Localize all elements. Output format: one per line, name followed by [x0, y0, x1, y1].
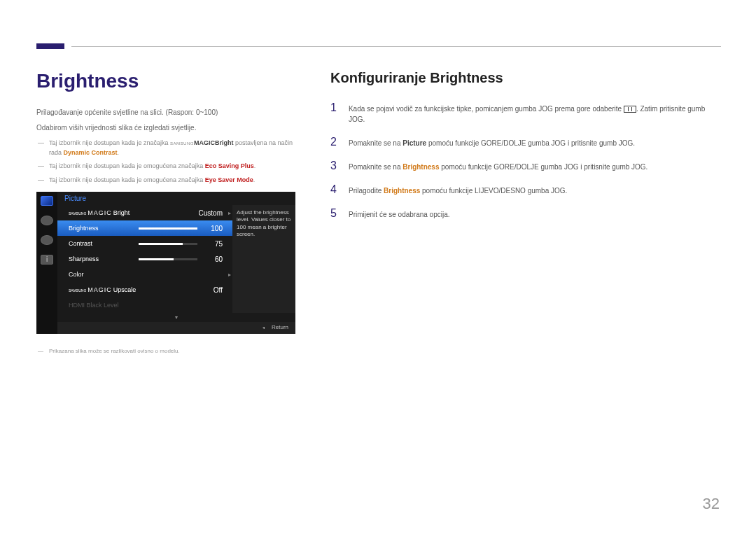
steps-list: 1Kada se pojavi vodič za funkcijske tipk… — [330, 101, 721, 220]
step-item: 3Pomaknite se na Brightness pomoću funkc… — [330, 160, 721, 172]
step-number: 3 — [330, 160, 340, 172]
info-icon — [41, 255, 53, 265]
osd-return-label: Return — [272, 324, 288, 330]
menu-icon — [624, 106, 636, 113]
osd-main: Picture SAMSUNGMAGICBrightCustom▸Brightn… — [57, 192, 295, 334]
right-column: Konfiguriranje Brightness 1Kada se pojav… — [330, 70, 721, 354]
osd-row: Contrast75 — [57, 236, 232, 251]
step-text: Primijenit će se odabrana opcija. — [349, 207, 450, 220]
step-item: 1Kada se pojavi vodič za funkcijske tipk… — [330, 101, 721, 125]
osd-row: SAMSUNGMAGICUpscaleOff — [57, 282, 232, 297]
osd-title: Picture — [64, 195, 86, 202]
step-text: Pomaknite se na Picture pomoću funkcije … — [349, 136, 635, 148]
footnote: Prikazana slika može se razlikovati ovis… — [36, 348, 295, 354]
note-item: Taj izbornik nije dostupan kada je omogu… — [36, 176, 295, 185]
step-number: 4 — [330, 183, 340, 196]
step-item: 5Primijenit će se odabrana opcija. — [330, 207, 721, 220]
step-text: Kada se pojavi vodič za funkcijske tipke… — [349, 101, 721, 125]
step-item: 4Prilagodite Brightness pomoću funkcije … — [330, 183, 721, 196]
heading-config: Konfiguriranje Brightness — [330, 70, 721, 86]
osd-tooltip: Adjust the brightness level. Values clos… — [232, 205, 295, 313]
header-accent — [36, 43, 64, 49]
monitor-icon — [41, 196, 53, 206]
step-item: 2Pomaknite se na Picture pomoću funkcije… — [330, 136, 721, 148]
note-item: Taj izbornik nije dostupan kada je znača… — [36, 139, 295, 157]
step-number: 5 — [330, 207, 340, 220]
header-rule — [71, 46, 721, 47]
step-number: 1 — [330, 101, 340, 125]
osd-rows: SAMSUNGMAGICBrightCustom▸Brightness100Co… — [57, 205, 232, 313]
desc-line-1: Prilagođavanje općenite svjetline na sli… — [36, 108, 295, 118]
step-text: Prilagodite Brightness pomoću funkcije L… — [349, 183, 567, 196]
note-item: Taj izbornik nije dostupan kada je omogu… — [36, 162, 295, 171]
osd-row: Brightness100 — [57, 220, 232, 236]
back-triangle-icon: ◂ — [262, 325, 265, 330]
chevron-down-icon: ▾ — [57, 313, 295, 322]
heading-brightness: Brightness — [36, 70, 295, 92]
gear-icon — [41, 216, 53, 225]
desc-line-2: Odabirom viših vrijednosti slika će izgl… — [36, 123, 295, 133]
osd-row: Color▸ — [57, 267, 232, 282]
osd-screenshot: Picture SAMSUNGMAGICBrightCustom▸Brightn… — [36, 192, 295, 334]
osd-row: HDMI Black Level — [57, 297, 232, 313]
osd-row: SAMSUNGMAGICBrightCustom▸ — [57, 205, 232, 220]
osd-row: Sharpness60 — [57, 251, 232, 267]
content: Brightness Prilagođavanje općenite svjet… — [36, 70, 721, 354]
page-number: 32 — [703, 495, 720, 513]
osd-footer: ◂ Return — [57, 322, 295, 334]
left-column: Brightness Prilagođavanje općenite svjet… — [36, 70, 295, 354]
step-text: Pomaknite se na Brightness pomoću funkci… — [349, 160, 648, 172]
step-number: 2 — [330, 136, 340, 148]
notes-list: Taj izbornik nije dostupan kada je znača… — [36, 139, 295, 185]
osd-header: Picture — [57, 192, 295, 205]
osd-sidebar — [36, 192, 57, 334]
gear-icon-2 — [41, 235, 53, 245]
